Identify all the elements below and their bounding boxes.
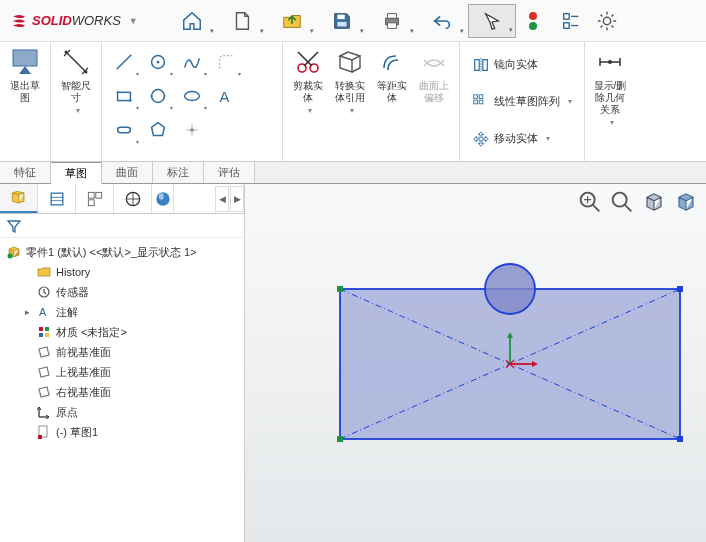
new-button[interactable]: ▾: [218, 4, 266, 38]
tree-item-sensors[interactable]: 传感器: [2, 282, 242, 302]
smart-dimension-button[interactable]: 智能尺寸 ▾: [55, 44, 97, 159]
perimeter-circle-tool[interactable]: ▾: [142, 80, 174, 112]
ribbon: 退出草图 智能尺寸 ▾ ▾ ▾ ▾ ▾ ▾ ▾ ▾ A ▾: [0, 42, 706, 162]
svg-rect-37: [479, 100, 483, 104]
exit-sketch-button[interactable]: 退出草图: [4, 44, 46, 159]
menu-bar: SOLIDWORKS ▼ ▾ ▾ ▾ ▾ ▾ ▾ ▾: [0, 0, 706, 42]
text-tool[interactable]: A: [210, 80, 242, 112]
svg-point-17: [116, 91, 118, 93]
tree-item-annotations[interactable]: ▸ A 注解: [2, 302, 242, 322]
property-tab[interactable]: [38, 184, 76, 213]
tab-features[interactable]: 特征: [0, 162, 51, 183]
save-button[interactable]: ▾: [318, 4, 366, 38]
body: ◀ ▶ 零件1 (默认) <<默认>_显示状态 1> History 传感器: [0, 184, 706, 542]
filter-icon[interactable]: [6, 218, 22, 234]
feature-tree-tab[interactable]: [0, 184, 38, 213]
sensor-icon: [36, 284, 52, 300]
circle-tool[interactable]: ▾: [142, 46, 174, 78]
feature-manager: ◀ ▶ 零件1 (默认) <<默认>_显示状态 1> History 传感器: [0, 184, 245, 542]
plane-icon: [36, 384, 52, 400]
tree-item-origin[interactable]: 原点: [2, 402, 242, 422]
sketch-icon: [36, 424, 52, 440]
tab-annotate[interactable]: 标注: [153, 162, 204, 183]
tree-label: 材质 <未指定>: [56, 325, 127, 340]
tab-sketch[interactable]: 草图: [51, 162, 102, 184]
tree-label: 传感器: [56, 285, 89, 300]
polygon-tool[interactable]: [142, 114, 174, 146]
traffic-light-icon[interactable]: [518, 4, 552, 38]
undo-button[interactable]: ▾: [418, 4, 466, 38]
tree-item-right-plane[interactable]: 右视基准面: [2, 382, 242, 402]
fillet-tool[interactable]: ▾: [210, 46, 242, 78]
tree-item-sketch1[interactable]: (-) 草图1: [2, 422, 242, 442]
tree-root-label: 零件1 (默认) <<默认>_显示状态 1>: [26, 245, 197, 260]
svg-rect-74: [677, 436, 683, 442]
svg-point-19: [152, 90, 165, 103]
slot-tool[interactable]: ▾: [108, 114, 140, 146]
plane-icon: [36, 364, 52, 380]
select-button[interactable]: ▾: [468, 4, 516, 38]
spline-tool[interactable]: ▾: [176, 46, 208, 78]
svg-rect-36: [479, 94, 483, 98]
options-button[interactable]: [554, 4, 588, 38]
print-button[interactable]: ▾: [368, 4, 416, 38]
line-tool[interactable]: ▾: [108, 46, 140, 78]
svg-rect-47: [88, 199, 94, 205]
tree-label: 注解: [56, 305, 78, 320]
svg-rect-45: [88, 192, 94, 198]
graphics-viewport[interactable]: [245, 184, 706, 542]
mirror-button[interactable]: 镜向实体: [466, 53, 578, 77]
svg-rect-42: [51, 193, 63, 205]
tree-item-material[interactable]: 材质 <未指定>: [2, 322, 242, 342]
sidebar-tabs: ◀ ▶: [0, 184, 244, 214]
point-tool[interactable]: [176, 114, 208, 146]
svg-rect-34: [474, 94, 478, 98]
rectangle-tool[interactable]: ▾: [108, 80, 140, 112]
chevron-down-icon[interactable]: ▼: [129, 16, 138, 26]
home-button[interactable]: ▾: [168, 4, 216, 38]
linear-pattern-button[interactable]: 线性草图阵列▾: [466, 90, 578, 114]
dim-tab[interactable]: [114, 184, 152, 213]
chevron-down-icon[interactable]: ▾: [76, 106, 80, 115]
settings-button[interactable]: [590, 4, 624, 38]
tree-root[interactable]: 零件1 (默认) <<默认>_显示状态 1>: [2, 242, 242, 262]
svg-rect-4: [387, 22, 396, 28]
svg-point-12: [85, 71, 88, 74]
material-icon: [36, 324, 52, 340]
tree-label: (-) 草图1: [56, 425, 98, 440]
tree-item-front-plane[interactable]: 前视基准面: [2, 342, 242, 362]
sketch-canvas[interactable]: [245, 184, 706, 542]
scroll-left-button[interactable]: ◀: [215, 186, 229, 212]
scroll-right-button[interactable]: ▶: [230, 186, 244, 212]
tree-item-top-plane[interactable]: 上视基准面: [2, 362, 242, 382]
ellipse-tool[interactable]: ▾: [176, 80, 208, 112]
svg-rect-71: [337, 286, 343, 292]
display-relations-button[interactable]: 显示/删除几何关系▾: [589, 44, 631, 159]
svg-rect-1: [337, 21, 346, 26]
tree-label: 右视基准面: [56, 385, 111, 400]
svg-point-18: [129, 99, 131, 101]
offset-button[interactable]: 等距实体: [371, 44, 413, 117]
equation-tool: [244, 46, 276, 78]
tree-item-history[interactable]: History: [2, 262, 242, 282]
app-logo[interactable]: SOLIDWORKS ▼: [0, 12, 148, 30]
open-button[interactable]: ▾: [268, 4, 316, 38]
expand-icon[interactable]: ▸: [22, 307, 32, 317]
tab-evaluate[interactable]: 评估: [204, 162, 255, 183]
svg-rect-3: [387, 13, 396, 18]
move-button[interactable]: 移动实体▾: [466, 127, 578, 151]
svg-point-15: [157, 61, 160, 64]
appearance-tab[interactable]: [152, 184, 174, 213]
tab-surface[interactable]: 曲面: [102, 162, 153, 183]
trim-button[interactable]: 剪裁实体▾: [287, 44, 329, 117]
svg-text:A: A: [39, 306, 47, 318]
config-tab[interactable]: [76, 184, 114, 213]
svg-rect-72: [677, 286, 683, 292]
convert-button[interactable]: 转换实体引用▾: [329, 44, 371, 117]
tree-label: 前视基准面: [56, 345, 111, 360]
svg-rect-10: [13, 50, 37, 66]
sketch-tools-group: ▾ ▾ ▾ ▾ ▾ ▾ ▾ A ▾: [102, 42, 283, 161]
svg-rect-73: [337, 436, 343, 442]
svg-point-75: [485, 264, 535, 314]
display-group: 显示/删除几何关系▾: [585, 42, 635, 161]
